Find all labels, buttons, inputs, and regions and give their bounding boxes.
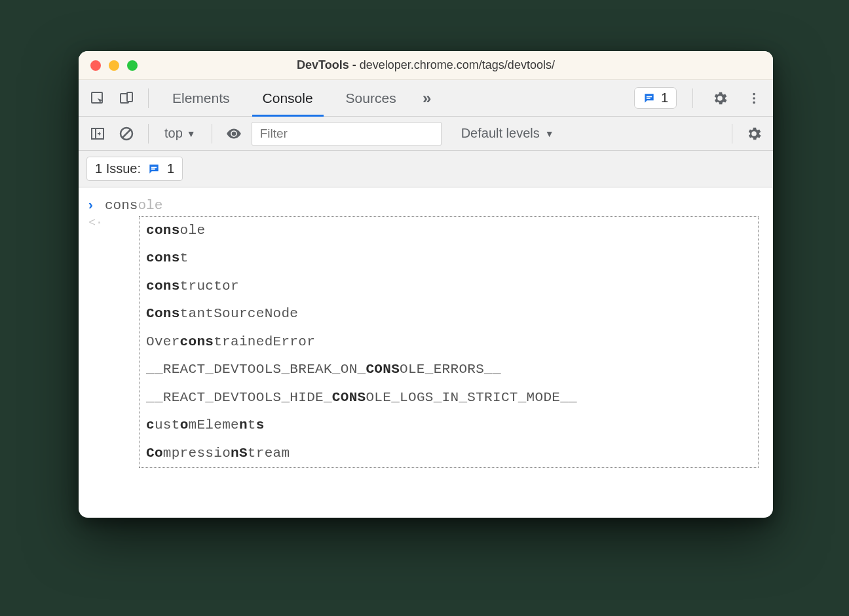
tab-console[interactable]: Console (250, 80, 326, 117)
close-icon[interactable] (90, 60, 101, 71)
separator (732, 124, 732, 144)
output-caret-icon: <· (86, 216, 105, 229)
settings-icon[interactable] (709, 87, 731, 109)
chevron-down-icon: ▼ (187, 128, 196, 139)
clear-console-icon[interactable] (115, 123, 138, 145)
autocomplete-item[interactable]: CompressionStream (140, 440, 758, 467)
autocomplete-item[interactable]: ConstantSourceNode (140, 300, 758, 328)
tab-sources[interactable]: Sources (333, 80, 409, 117)
console-settings-icon[interactable] (743, 123, 765, 145)
autocomplete-item[interactable]: __REACT_DEVTOOLS_BREAK_ON_CONSOLE_ERRORS… (140, 356, 758, 383)
autocomplete-item[interactable]: constructor (140, 273, 758, 300)
svg-rect-3 (647, 96, 652, 97)
svg-point-6 (753, 97, 755, 100)
traffic-lights (90, 60, 138, 71)
kebab-menu-icon[interactable] (743, 87, 765, 109)
more-tabs-icon[interactable]: » (416, 87, 438, 109)
issues-count: 1 (661, 90, 668, 106)
issues-badge[interactable]: 1 (634, 87, 677, 109)
chevron-down-icon: ▼ (545, 128, 554, 139)
console-output-placeholder: <· consoleconstconstructorConstantSource… (79, 216, 773, 468)
context-selector[interactable]: top ▼ (159, 126, 201, 141)
toggle-device-icon[interactable] (115, 87, 138, 109)
autocomplete-item[interactable]: const (140, 244, 758, 272)
separator (692, 88, 693, 108)
minimize-icon[interactable] (109, 60, 119, 71)
autocomplete-popup: consoleconstconstructorConstantSourceNod… (139, 216, 759, 468)
separator (148, 88, 149, 108)
log-levels-selector[interactable]: Default levels ▼ (461, 126, 554, 141)
autocomplete-item[interactable]: OverconstrainedError (140, 328, 758, 356)
svg-point-7 (753, 101, 755, 104)
devtools-window: DevTools - developer.chrome.com/tags/dev… (79, 51, 773, 518)
chat-icon (147, 163, 160, 176)
window-title: DevTools - developer.chrome.com/tags/dev… (79, 58, 773, 72)
tabbar: Elements Console Sources » 1 (79, 80, 773, 117)
console-input-line[interactable]: › console (79, 194, 773, 216)
autocomplete-item[interactable]: console (140, 217, 758, 244)
svg-rect-4 (647, 98, 651, 99)
issue-pill[interactable]: 1 Issue: 1 (86, 157, 183, 181)
titlebar: DevTools - developer.chrome.com/tags/dev… (79, 51, 773, 80)
chat-icon (643, 92, 656, 105)
live-expression-icon[interactable] (223, 123, 245, 145)
console-filterbar: top ▼ Default levels ▼ (79, 117, 773, 151)
console-input-text: cons (105, 198, 138, 213)
console-ghost-text: ole (138, 198, 162, 213)
separator (212, 124, 212, 144)
autocomplete-item[interactable]: customElements (140, 412, 758, 439)
show-console-sidebar-icon[interactable] (86, 123, 109, 145)
svg-rect-2 (127, 92, 132, 102)
separator (148, 124, 149, 144)
inspect-icon[interactable] (86, 87, 109, 109)
prompt-icon: › (86, 198, 105, 213)
svg-rect-11 (151, 168, 155, 170)
filter-input[interactable] (252, 122, 442, 145)
zoom-icon[interactable] (127, 60, 138, 71)
autocomplete-item[interactable]: __REACT_DEVTOOLS_HIDE_CONSOLE_LOGS_IN_ST… (140, 384, 758, 412)
svg-point-5 (753, 92, 755, 95)
issues-bar: 1 Issue: 1 (79, 151, 773, 187)
svg-rect-10 (151, 166, 157, 168)
tab-elements[interactable]: Elements (159, 80, 243, 117)
console-body: › console <· consoleconstconstructorCons… (79, 187, 773, 518)
